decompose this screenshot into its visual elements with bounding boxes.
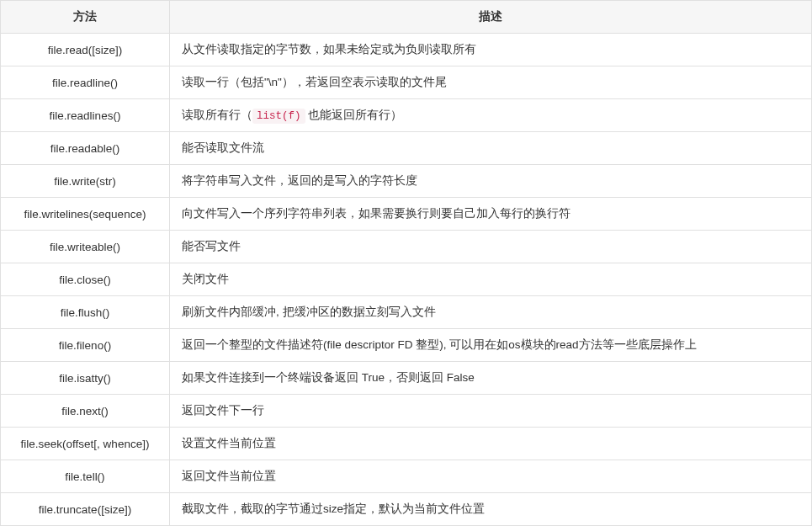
description-cell: 设置文件当前位置 (170, 428, 812, 460)
desc-post: 也能返回所有行） (305, 109, 403, 121)
file-methods-table: 方法 描述 file.read([size]) 从文件读取指定的字节数，如果未给… (0, 0, 812, 526)
table-row: file.tell() 返回文件当前位置 (1, 460, 812, 493)
method-cell: file.flush() (1, 296, 170, 329)
method-cell: file.write(str) (1, 165, 170, 198)
table-row: file.readline() 读取一行（包括"\n"），若返回空表示读取的文件… (1, 66, 812, 99)
table-row: file.readable() 能否读取文件流 (1, 132, 812, 165)
desc-pre: 读取所有行（ (182, 109, 252, 121)
method-cell: file.writelines(sequence) (1, 198, 170, 231)
description-cell: 从文件读取指定的字节数，如果未给定或为负则读取所有 (170, 34, 812, 66)
table-row: file.writelines(sequence) 向文件写入一个序列字符串列表… (1, 198, 812, 231)
table-row: file.write(str) 将字符串写入文件，返回的是写入的字符长度 (1, 165, 812, 198)
method-cell: file.isatty() (1, 362, 170, 395)
table-row: file.readlines() 读取所有行（list(f) 也能返回所有行） (1, 99, 812, 132)
method-cell: file.readable() (1, 132, 170, 165)
method-cell: file.close() (1, 263, 170, 296)
table-row: file.flush() 刷新文件内部缓冲, 把缓冲区的数据立刻写入文件 (1, 296, 812, 329)
description-cell: 能否读取文件流 (170, 132, 812, 165)
description-cell: 刷新文件内部缓冲, 把缓冲区的数据立刻写入文件 (170, 296, 812, 329)
method-cell: file.writeable() (1, 231, 170, 263)
description-cell: 读取一行（包括"\n"），若返回空表示读取的文件尾 (170, 66, 812, 99)
header-description: 描述 (170, 1, 812, 34)
description-cell: 将字符串写入文件，返回的是写入的字符长度 (170, 165, 812, 198)
description-cell: 关闭文件 (170, 263, 812, 296)
table-row: file.read([size]) 从文件读取指定的字节数，如果未给定或为负则读… (1, 34, 812, 66)
description-cell: 返回文件当前位置 (170, 460, 812, 493)
table-row: file.truncate([size]) 截取文件，截取的字节通过size指定… (1, 493, 812, 526)
description-cell: 截取文件，截取的字节通过size指定，默认为当前文件位置 (170, 493, 812, 526)
table-row: file.close() 关闭文件 (1, 263, 812, 296)
method-cell: file.seek(offset[, whence]) (1, 428, 170, 460)
description-cell: 能否写文件 (170, 231, 812, 263)
description-cell: 如果文件连接到一个终端设备返回 True，否则返回 False (170, 362, 812, 395)
description-cell: 读取所有行（list(f) 也能返回所有行） (170, 99, 812, 132)
description-cell: 返回文件下一行 (170, 395, 812, 428)
method-cell: file.next() (1, 395, 170, 428)
method-cell: file.truncate([size]) (1, 493, 170, 526)
description-cell: 返回一个整型的文件描述符(file descriptor FD 整型), 可以用… (170, 329, 812, 362)
header-method: 方法 (1, 1, 170, 34)
table-row: file.writeable() 能否写文件 (1, 231, 812, 263)
inline-code: list(f) (252, 109, 305, 124)
method-cell: file.readline() (1, 66, 170, 99)
table-row: file.fileno() 返回一个整型的文件描述符(file descript… (1, 329, 812, 362)
table-header: 方法 描述 (1, 1, 812, 34)
table-row: file.seek(offset[, whence]) 设置文件当前位置 (1, 428, 812, 460)
method-cell: file.fileno() (1, 329, 170, 362)
method-cell: file.read([size]) (1, 34, 170, 66)
method-cell: file.tell() (1, 460, 170, 493)
table-row: file.isatty() 如果文件连接到一个终端设备返回 True，否则返回 … (1, 362, 812, 395)
table-row: file.next() 返回文件下一行 (1, 395, 812, 428)
table-body: file.read([size]) 从文件读取指定的字节数，如果未给定或为负则读… (1, 34, 812, 526)
description-cell: 向文件写入一个序列字符串列表，如果需要换行则要自己加入每行的换行符 (170, 198, 812, 231)
header-row: 方法 描述 (1, 1, 812, 34)
method-cell: file.readlines() (1, 99, 170, 132)
